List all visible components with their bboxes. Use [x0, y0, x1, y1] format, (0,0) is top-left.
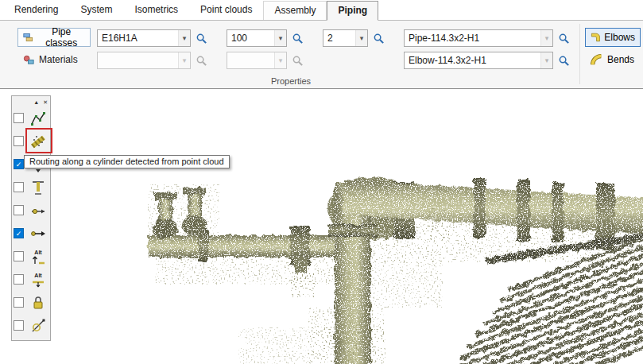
elbow-combo[interactable]: Elbow-114.3x2-H1 ▾: [404, 52, 553, 69]
svg-text:Alt: Alt: [34, 273, 42, 278]
dropdown-arrow-icon[interactable]: ▾: [274, 30, 286, 46]
pipe-combo[interactable]: Pipe-114.3x2-H1 ▾: [404, 29, 553, 47]
search-icon: [558, 55, 570, 67]
search-schedule-button[interactable]: [370, 29, 386, 47]
materials-button[interactable]: Materials: [17, 50, 83, 69]
measure-diameter-checkbox[interactable]: [14, 320, 24, 331]
bend-icon: [591, 53, 603, 66]
palette-row: [14, 106, 48, 130]
palette-header: ▲ ✕: [14, 97, 48, 106]
search-elbow-button[interactable]: [556, 52, 571, 69]
search-icon: [558, 33, 570, 45]
point-line-icon[interactable]: [27, 199, 48, 221]
dropdown-arrow-icon[interactable]: ▾: [178, 30, 190, 46]
elbows-button[interactable]: Elbows: [585, 28, 641, 47]
alt-level-icon[interactable]: Alt: [27, 269, 48, 290]
elbows-label: Elbows: [604, 32, 635, 43]
search-icon: [196, 55, 207, 67]
vertical-drop-icon[interactable]: [27, 176, 48, 198]
route-polyline-icon[interactable]: [27, 107, 48, 129]
ribbon-group-separator: [579, 24, 580, 84]
search-icon: [292, 55, 304, 67]
search-icon: [292, 33, 304, 45]
search-diameter-button[interactable]: [289, 29, 305, 47]
pipe-value: Pipe-114.3x2-H1: [405, 33, 540, 44]
palette-row: [14, 314, 48, 337]
schedule-value: 2: [323, 33, 355, 44]
lock-icon[interactable]: [27, 292, 48, 313]
point-cloud: [0, 89, 643, 364]
dropdown-arrow-icon[interactable]: ▾: [540, 30, 552, 46]
lock-checkbox[interactable]: [14, 297, 24, 308]
routing-tools-palette: ▲ ✕: [11, 95, 51, 341]
bends-button[interactable]: Bends: [585, 50, 641, 69]
alt-height-icon[interactable]: Alt: [27, 246, 48, 267]
piping-ribbon: Pipe classes E16H1A ▾ 100 ▾ 2 ▾ Pipe-114…: [0, 21, 643, 89]
model-viewport[interactable]: [0, 89, 643, 364]
elbow-icon: [591, 31, 600, 44]
vertical-drop-checkbox[interactable]: [14, 182, 24, 192]
tab-piping[interactable]: Piping: [327, 1, 378, 21]
schedule-combo[interactable]: 2 ▾: [323, 29, 368, 47]
cylinder-routing-checkbox[interactable]: [14, 136, 24, 146]
close-palette-button[interactable]: ✕: [42, 99, 48, 105]
dropdown-arrow-icon: ▾: [274, 52, 286, 68]
tab-assembly[interactable]: Assembly: [263, 1, 327, 20]
palette-row: [14, 222, 48, 245]
material-a-combo[interactable]: ▾: [97, 52, 191, 69]
search-material-b-button: [289, 52, 305, 69]
tab-point-clouds[interactable]: Point clouds: [189, 0, 263, 20]
palette-row: [14, 176, 48, 199]
pipe-classes-label: Pipe classes: [37, 26, 85, 48]
tab-system[interactable]: System: [69, 0, 123, 20]
diameter-value: 100: [227, 33, 274, 44]
svg-text:Alt: Alt: [34, 250, 42, 255]
material-b-combo[interactable]: ▾: [227, 52, 287, 69]
pipe-classes-button[interactable]: Pipe classes: [17, 28, 91, 47]
pipe-classes-icon: [23, 32, 33, 44]
tab-isometrics[interactable]: Isometrics: [123, 0, 189, 20]
direction-arrow-checkbox[interactable]: [14, 228, 24, 238]
ribbon-group-label: Properties: [0, 76, 582, 86]
dropdown-arrow-icon[interactable]: ▾: [355, 30, 367, 46]
alt-level-checkbox[interactable]: [14, 274, 24, 285]
search-pipe-button[interactable]: [556, 29, 571, 47]
dropdown-arrow-icon[interactable]: ▾: [540, 52, 552, 68]
palette-row: Alt: [14, 268, 48, 291]
route-polyline-checkbox[interactable]: [14, 113, 24, 123]
palette-row: [14, 291, 48, 314]
palette-row: [14, 199, 48, 222]
collapse-palette-button[interactable]: ▲: [33, 99, 40, 105]
search-icon: [373, 33, 385, 45]
search-icon: [196, 33, 207, 45]
diameter-combo[interactable]: 100 ▾: [227, 29, 287, 47]
direction-arrow-icon[interactable]: [27, 223, 48, 244]
ribbon-tab-bar: Rendering System Isometrics Point clouds…: [0, 0, 643, 21]
point-line-checkbox[interactable]: [14, 205, 24, 215]
materials-label: Materials: [39, 54, 78, 65]
measure-diameter-icon[interactable]: [27, 315, 48, 336]
materials-icon: [23, 54, 35, 66]
pipe-class-combo[interactable]: E16H1A ▾: [97, 29, 191, 47]
search-material-a-button: [193, 52, 209, 69]
elbow-value: Elbow-114.3x2-H1: [405, 55, 540, 66]
pipe-class-value: E16H1A: [98, 33, 178, 44]
search-pipe-class-button[interactable]: [193, 29, 209, 47]
tooltip: Routing along a cylinder detected from p…: [24, 155, 230, 168]
tab-rendering[interactable]: Rendering: [3, 0, 69, 20]
palette-row: [14, 130, 48, 153]
palette-row: Alt: [14, 245, 48, 268]
dropdown-arrow-icon: ▾: [178, 52, 190, 68]
alt-height-checkbox[interactable]: [14, 251, 24, 261]
bends-label: Bends: [607, 54, 634, 65]
axis-routing-checkbox[interactable]: [14, 159, 24, 169]
cylinder-routing-icon[interactable]: [27, 130, 48, 152]
